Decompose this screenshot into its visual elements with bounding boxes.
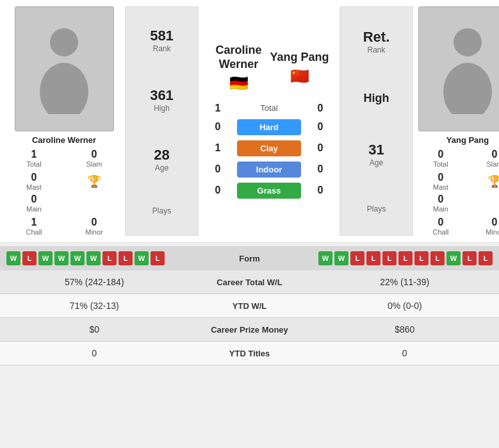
form-badge-right: L <box>398 251 413 265</box>
ytd-titles-row: 0 YTD Titles 0 <box>0 342 499 365</box>
comp-total-row: 1 Total 0 <box>208 103 330 114</box>
player2-high-stat: High <box>364 92 389 105</box>
comp-indoor-row: 0 Indoor 0 <box>208 162 330 178</box>
player1-age-stat: 28 Age <box>154 147 169 172</box>
grass-badge: Grass <box>237 183 301 199</box>
player1-main-label: Main <box>26 205 42 213</box>
player1-stats-top: 1 Total 0 Slam <box>6 149 122 168</box>
career-wl-row: 57% (242-184) Career Total W/L 22% (11-3… <box>0 270 499 294</box>
p2-name-center: Yang Pang <box>269 51 330 65</box>
player1-total-label: Total <box>26 160 41 168</box>
comp-hard-row: 0 Hard 0 <box>208 119 330 135</box>
player2-slam-label: Slam <box>486 160 499 168</box>
player1-minor-val: 0 <box>92 217 97 228</box>
player1-plays-label: Plays <box>152 206 171 215</box>
comp-grass-row: 0 Grass 0 <box>208 183 330 199</box>
player2-stats-mid: 0 Mast 🏆 0 Main <box>416 172 499 213</box>
form-badge-right: L <box>462 251 477 265</box>
player1-plays-stat: Plays <box>152 206 171 215</box>
form-badge-right: W <box>318 251 332 265</box>
player1-silhouette <box>32 24 96 114</box>
svg-point-3 <box>443 63 492 114</box>
player1-slam: 0 Slam <box>67 149 122 168</box>
ytd-wl-row: 71% (32-13) YTD W/L 0% (0-0) <box>0 294 499 318</box>
comp-total-left: 1 <box>208 103 227 114</box>
player1-mast-val: 0 <box>31 172 37 183</box>
form-badge-left: W <box>135 251 149 265</box>
player2-main-val: 0 <box>438 194 444 205</box>
player1-photo <box>15 6 114 131</box>
player2-rank-val: Ret. <box>363 29 390 46</box>
player1-minor: 0 Minor <box>67 217 122 236</box>
center-comparison: Caroline Werner 🇩🇪 Yang Pang 🇨🇳 1 Total … <box>202 6 336 236</box>
form-badge-left: L <box>151 251 165 265</box>
player2-minor-val: 0 <box>492 217 498 228</box>
prize-money-right: $860 <box>320 324 490 335</box>
player2-slam: 0 Slam <box>470 149 499 168</box>
career-wl-left: 57% (242-184) <box>10 277 179 287</box>
player2-age-val: 31 <box>368 142 384 158</box>
comp-hard-right: 0 <box>311 121 330 133</box>
comp-indoor-left: 0 <box>208 163 227 175</box>
ytd-titles-right: 0 <box>320 348 490 358</box>
player2-total: 0 Total <box>416 149 465 168</box>
player2-stats-top: 0 Total 0 Slam <box>416 149 499 168</box>
clay-badge: Clay <box>237 140 301 156</box>
player1-total: 1 Total <box>6 149 61 168</box>
form-badge-left: L <box>22 251 37 265</box>
player2-chall-val: 0 <box>438 217 444 228</box>
player2-rank-stat: Ret. Rank <box>363 29 390 54</box>
indoor-badge: Indoor <box>237 162 301 178</box>
player1-stats-bot: 1 Chall 0 Minor <box>6 217 122 236</box>
player1-high-stat: 361 High <box>150 87 174 113</box>
svg-point-2 <box>454 28 482 56</box>
form-badge-left: W <box>86 251 101 265</box>
player1-age-label: Age <box>154 163 169 172</box>
player1-middle-panel: 581 Rank 361 High 28 Age Plays <box>125 6 199 236</box>
player2-minor-label: Minor <box>486 228 499 236</box>
trophy-icon-left: 🏆 <box>67 172 122 191</box>
player2-mast-val: 0 <box>438 172 444 183</box>
player2-plays-label: Plays <box>367 204 386 213</box>
career-wl-label: Career Total W/L <box>179 278 320 287</box>
player1-chall-label: Chall <box>26 228 42 236</box>
form-badges-right: WWLLLLLLWLL <box>285 251 493 265</box>
player1-slam-label: Slam <box>86 160 102 168</box>
player2-age-stat: 31 Age <box>368 142 384 167</box>
player2-total-label: Total <box>433 160 448 168</box>
comp-clay-row: 1 Clay 0 <box>208 140 330 156</box>
form-badge-right: L <box>479 251 493 265</box>
p2-flag: 🇨🇳 <box>269 67 330 85</box>
player2-plays-stat: Plays <box>367 204 386 213</box>
form-badge-left: W <box>70 251 85 265</box>
prize-money-row: $0 Career Prize Money $860 <box>0 318 499 342</box>
player1-minor-label: Minor <box>85 228 103 236</box>
player1-main-val: 0 <box>31 194 37 205</box>
p1-name-center: Caroline Werner <box>208 44 269 71</box>
comp-total-label: Total <box>237 103 301 113</box>
player1-age-val: 28 <box>154 147 169 163</box>
player2-stats-bot: 0 Chall 0 Minor <box>416 217 499 236</box>
p1-flag: 🇩🇪 <box>208 74 269 92</box>
trophy-icon-right: 🏆 <box>470 172 499 191</box>
player2-high-val: High <box>364 92 389 105</box>
hard-badge: Hard <box>237 119 301 135</box>
top-section: Caroline Werner 1 Total 0 Slam 0 Mast 🏆 <box>0 0 499 243</box>
svg-point-0 <box>50 28 78 56</box>
player1-card: Caroline Werner 1 Total 0 Slam 0 Mast 🏆 <box>6 6 122 236</box>
form-badge-right: W <box>334 251 348 265</box>
player1-rank-val: 581 <box>150 28 174 44</box>
player2-photo <box>418 6 500 131</box>
player2-mast: 0 Mast <box>416 172 465 191</box>
comp-grass-right: 0 <box>311 185 330 196</box>
svg-point-1 <box>40 63 88 114</box>
player2-main: 0 Main <box>416 194 465 213</box>
player2-age-label: Age <box>368 158 384 167</box>
comp-clay-left: 1 <box>208 142 227 154</box>
ytd-titles-label: YTD Titles <box>179 349 320 358</box>
career-wl-right: 22% (11-39) <box>320 277 490 287</box>
player1-mast-label: Mast <box>26 183 42 191</box>
form-badge-right: L <box>350 251 364 265</box>
player2-slam-val: 0 <box>492 149 498 160</box>
player2-silhouette <box>436 24 499 114</box>
